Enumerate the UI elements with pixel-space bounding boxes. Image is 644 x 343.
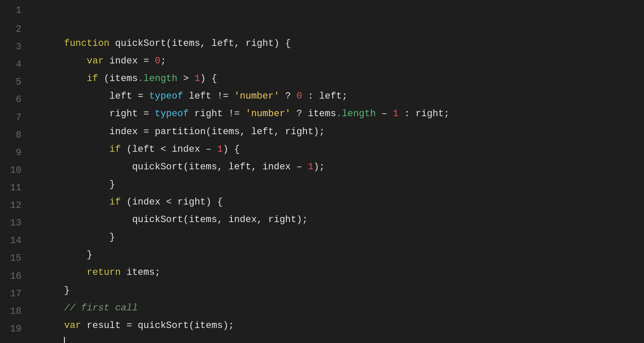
line-number-11: 11 [0, 183, 30, 193]
line-number-3: 3 [0, 42, 30, 52]
line-number-5: 5 [0, 77, 30, 87]
line-number-2: 2 [0, 24, 30, 35]
line-number-19: 19 [0, 324, 30, 334]
code-editor[interactable]: 1 2 function quickSort(items, left, righ… [0, 0, 644, 343]
code-line-4: 4 if (items.length > 1) { [0, 57, 644, 74]
code-line-19: 19 [0, 321, 644, 339]
code-line-7: 7 index = partition(items, left, right); [0, 110, 644, 127]
line-number-8: 8 [0, 130, 30, 141]
line-number-1: 1 [0, 5, 30, 16]
line-number-9: 9 [0, 147, 30, 158]
line-number-13: 13 [0, 218, 30, 229]
code-line-16: 16 } [0, 268, 644, 286]
line-number-4: 4 [0, 59, 30, 70]
text-cursor [64, 337, 65, 343]
line-number-6: 6 [0, 94, 30, 105]
code-line-2: 2 function quickSort(items, left, right)… [0, 21, 644, 39]
code-line-5: 5 left = typeof left != 'number' ? 0 : l… [0, 74, 644, 92]
code-line-14: 14 } [0, 233, 644, 250]
code-line-6: 6 right = typeof right != 'number' ? ite… [0, 92, 644, 109]
code-line-1: 1 [0, 4, 644, 21]
code-line-17: 17 // first call [0, 286, 644, 304]
line-number-16: 16 [0, 271, 30, 282]
code-line-9: 9 quickSort(items, left, index – 1); [0, 145, 644, 162]
line-number-7: 7 [0, 112, 30, 123]
line-number-14: 14 [0, 235, 30, 246]
code-line-12: 12 quickSort(items, index, right); [0, 198, 644, 215]
code-line-13: 13 } [0, 215, 644, 233]
line-number-18: 18 [0, 306, 30, 317]
line-number-12: 12 [0, 200, 30, 211]
code-line-11: 11 if (index < right) { [0, 180, 644, 198]
line-number-17: 17 [0, 289, 30, 299]
code-line-15: 15 return items; [0, 250, 644, 268]
code-line-10: 10 } [0, 162, 644, 180]
line-content-19 [30, 322, 65, 343]
code-line-3: 3 var index = 0; [0, 39, 644, 57]
code-line-8: 8 if (left < index – 1) { [0, 127, 644, 145]
code-line-18: 18 var result = quickSort(items); [0, 304, 644, 321]
line-number-10: 10 [0, 165, 30, 176]
line-number-15: 15 [0, 253, 30, 264]
